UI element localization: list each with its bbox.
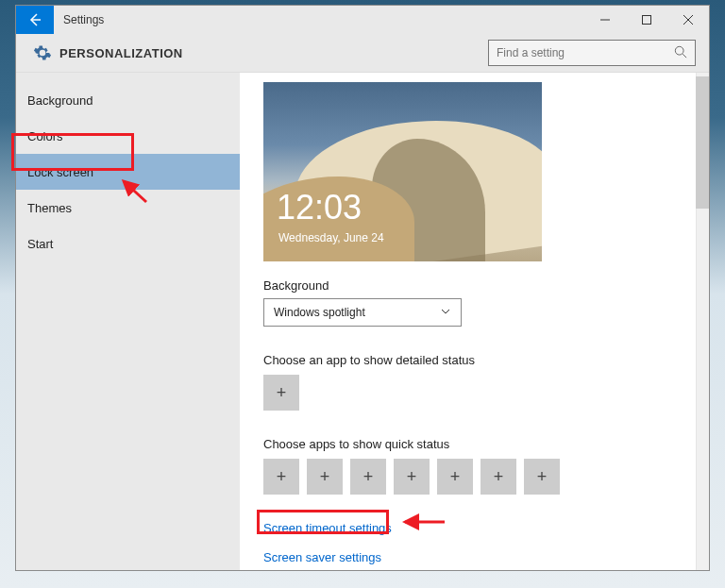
sidebar-item-background[interactable]: Background [16,82,240,118]
search-icon [674,45,687,61]
sidebar-item-label: Lock screen [27,165,93,179]
plus-icon: + [537,467,548,487]
detailed-status-row: + [263,375,681,411]
add-quick-app-button[interactable]: + [394,459,430,495]
scrollbar-track[interactable] [696,73,709,570]
add-quick-app-button[interactable]: + [307,459,343,495]
svg-point-5 [675,46,683,55]
sidebar-item-label: Colors [27,129,63,143]
sidebar-item-themes[interactable]: Themes [16,190,240,226]
sidebar: Background Colors Lock screen Themes Sta… [16,73,240,570]
minimize-button[interactable] [584,6,626,34]
svg-line-6 [683,54,686,58]
add-quick-app-button[interactable]: + [263,459,299,495]
sidebar-item-colors[interactable]: Colors [16,118,240,154]
screen-timeout-link[interactable]: Screen timeout settings [263,521,681,535]
close-button[interactable] [667,6,709,34]
header-left: PERSONALIZATION [33,43,183,62]
add-quick-app-button[interactable]: + [437,459,473,495]
gear-icon [33,43,52,62]
chevron-down-icon [440,306,451,320]
main-panel: 12:03 Wednesday, June 24 Background Wind… [240,73,709,570]
plus-icon: + [320,467,330,487]
window-controls [584,6,709,34]
quick-status-label: Choose apps to show quick status [263,437,681,451]
sidebar-item-lock-screen[interactable]: Lock screen [16,154,240,190]
plus-icon: + [277,467,287,487]
back-button[interactable] [16,6,54,34]
scrollbar-thumb[interactable] [696,76,709,209]
add-quick-app-button[interactable]: + [350,459,386,495]
window-title: Settings [63,13,104,26]
add-detailed-app-button[interactable]: + [263,375,299,411]
plus-icon: + [277,383,287,403]
screen-saver-link[interactable]: Screen saver settings [263,550,681,564]
arrow-left-icon [27,12,42,27]
preview-time: 12:03 [277,188,362,227]
svg-rect-2 [643,16,651,25]
plus-icon: + [494,467,504,487]
maximize-button[interactable] [626,6,667,34]
header-row: PERSONALIZATION [16,34,709,72]
plus-icon: + [450,467,461,487]
settings-window: Settings PERSONALIZATION Background Colo… [15,5,710,571]
body: Background Colors Lock screen Themes Sta… [16,72,709,570]
lockscreen-preview: 12:03 Wednesday, June 24 [263,82,542,261]
sidebar-item-label: Themes [27,201,72,215]
page-title: PERSONALIZATION [59,46,183,60]
background-label: Background [263,278,681,293]
search-input[interactable] [497,46,666,59]
add-quick-app-button[interactable]: + [481,459,516,495]
background-dropdown[interactable]: Windows spotlight [263,298,462,327]
sidebar-item-label: Background [27,93,93,108]
sidebar-item-start[interactable]: Start [16,226,240,261]
add-quick-app-button[interactable]: + [524,459,560,495]
detailed-status-label: Choose an app to show detailed status [263,353,681,367]
plus-icon: + [407,467,417,487]
plus-icon: + [363,467,374,487]
search-box[interactable] [488,40,696,66]
sidebar-item-label: Start [27,237,53,251]
titlebar: Settings [16,6,709,34]
quick-status-row: + + + + + + + [263,459,681,495]
dropdown-value: Windows spotlight [274,306,365,319]
preview-date: Wednesday, June 24 [278,231,384,244]
